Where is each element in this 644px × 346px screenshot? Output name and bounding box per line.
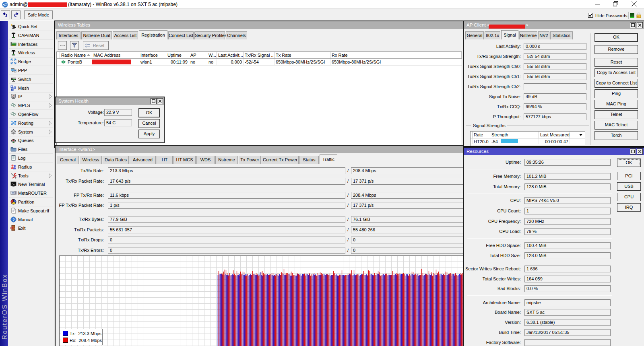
svg-text:?: ? xyxy=(12,218,15,222)
svg-text:255: 255 xyxy=(12,95,16,97)
